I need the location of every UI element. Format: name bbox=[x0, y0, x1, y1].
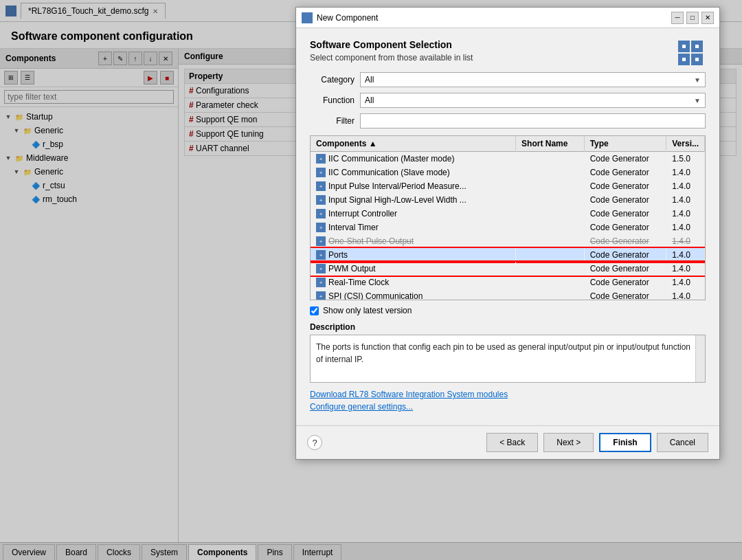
svg-rect-5 bbox=[695, 45, 699, 48]
download-link[interactable]: Download RL78 Software Integration Syste… bbox=[310, 390, 706, 399]
comp-name-cell: +Interrupt Controller bbox=[311, 207, 516, 221]
comp-type-cell: Code Generator bbox=[584, 289, 666, 300]
comp-name-cell: +IIC Communication (Master mode) bbox=[311, 152, 516, 166]
configure-link[interactable]: Configure general settings... bbox=[310, 402, 706, 412]
finish-button[interactable]: Finish bbox=[599, 433, 651, 452]
comp-name-text: Input Signal High-/Low-Level Width ... bbox=[328, 195, 466, 205]
svg-rect-6 bbox=[682, 58, 686, 61]
col-version-label: Versi... bbox=[672, 139, 699, 148]
function-select[interactable]: All ▼ bbox=[360, 93, 706, 108]
comp-version-cell: 1.4.0 bbox=[666, 221, 705, 234]
comp-shortname-cell bbox=[516, 179, 585, 193]
comp-shortname-cell bbox=[516, 221, 585, 234]
link-area: Download RL78 Software Integration Syste… bbox=[310, 390, 706, 412]
comp-name-text: PWM Output bbox=[328, 264, 376, 273]
table-row[interactable]: +Interrupt ControllerCode Generator1.4.0 bbox=[311, 207, 705, 221]
comp-type-cell: Code Generator bbox=[584, 207, 666, 221]
table-row[interactable]: +SPI (CSI) CommunicationCode Generator1.… bbox=[311, 289, 705, 300]
cancel-button[interactable]: Cancel bbox=[657, 433, 708, 452]
svg-rect-4 bbox=[682, 45, 686, 48]
dialog-close-button[interactable]: ✕ bbox=[701, 12, 714, 24]
table-row[interactable]: +PortsCode Generator1.4.0 bbox=[311, 248, 705, 262]
comp-type-cell: Code Generator bbox=[584, 193, 666, 207]
function-select-arrow: ▼ bbox=[694, 97, 701, 104]
table-row[interactable]: +PWM OutputCode Generator1.4.0 bbox=[311, 262, 705, 276]
comp-shortname-cell bbox=[516, 248, 585, 262]
minimize-button[interactable]: ─ bbox=[671, 12, 684, 24]
table-row[interactable]: +Input Signal High-/Low-Level Width ...C… bbox=[311, 193, 705, 207]
comp-version-cell: 1.4.0 bbox=[666, 166, 705, 179]
comp-shortname-cell bbox=[516, 207, 585, 221]
dialog-footer: ? < Back Next > Finish Cancel bbox=[296, 425, 719, 459]
comp-shortname-cell bbox=[516, 152, 585, 166]
back-button[interactable]: < Back bbox=[486, 433, 538, 452]
comp-version-cell: 1.4.0 bbox=[666, 289, 705, 300]
comp-shortname-cell bbox=[516, 276, 585, 289]
comp-name-cell: +SPI (CSI) Communication bbox=[311, 289, 516, 300]
category-value: All bbox=[365, 75, 374, 85]
help-button[interactable]: ? bbox=[307, 435, 322, 450]
dialog-subtitle: Select component from those available in… bbox=[310, 53, 706, 63]
comp-shortname-cell bbox=[516, 166, 585, 179]
col-version[interactable]: Versi... bbox=[666, 136, 705, 152]
show-latest-checkbox[interactable] bbox=[310, 306, 319, 315]
category-label: Category bbox=[310, 75, 355, 85]
comp-version-cell: 1.4.0 bbox=[666, 234, 705, 248]
comp-icon: + bbox=[316, 181, 326, 191]
filter-input-dialog[interactable] bbox=[360, 113, 706, 128]
filter-label: Filter bbox=[310, 116, 355, 126]
desc-scrollbar[interactable] bbox=[695, 335, 705, 382]
comp-type-cell: Code Generator bbox=[584, 179, 666, 193]
comp-icon: + bbox=[316, 223, 326, 232]
comp-name-cell: +Interval Timer bbox=[311, 221, 516, 234]
sort-arrow-components: ▲ bbox=[369, 139, 377, 148]
comp-name-text: IIC Communication (Master mode) bbox=[328, 154, 454, 164]
table-row[interactable]: +One-Shot Pulse OutputCode Generator1.4.… bbox=[311, 234, 705, 248]
comp-name-text: One-Shot Pulse Output bbox=[328, 236, 414, 246]
comp-icon: + bbox=[316, 291, 326, 300]
category-select-arrow: ▼ bbox=[694, 76, 701, 84]
description-box: The ports is function that config each p… bbox=[310, 335, 706, 383]
table-row[interactable]: +Interval TimerCode Generator1.4.0 bbox=[311, 221, 705, 234]
comp-shortname-cell bbox=[516, 193, 585, 207]
col-components[interactable]: Components ▲ bbox=[311, 136, 516, 152]
comp-name-text: SPI (CSI) Communication bbox=[328, 291, 423, 300]
comp-name-text: Interval Timer bbox=[328, 223, 379, 232]
comp-version-cell: 1.4.0 bbox=[666, 248, 705, 262]
comp-version-cell: 1.4.0 bbox=[666, 276, 705, 289]
maximize-button[interactable]: □ bbox=[686, 12, 699, 24]
function-row: Function All ▼ bbox=[310, 93, 706, 108]
comp-name-text: Input Pulse Interval/Period Measure... bbox=[328, 181, 466, 191]
comp-version-cell: 1.4.0 bbox=[666, 262, 705, 276]
comp-type-cell: Code Generator bbox=[584, 248, 666, 262]
comp-type-cell: Code Generator bbox=[584, 166, 666, 179]
comp-name-cell: +Input Signal High-/Low-Level Width ... bbox=[311, 193, 516, 207]
table-row[interactable]: +IIC Communication (Master mode)Code Gen… bbox=[311, 152, 705, 166]
col-shortname[interactable]: Short Name bbox=[516, 136, 585, 152]
col-components-label: Components bbox=[316, 139, 366, 148]
dialog-titlebar-buttons: ─ □ ✕ bbox=[671, 12, 714, 24]
comp-type-cell: Code Generator bbox=[584, 262, 666, 276]
category-row: Category All ▼ bbox=[310, 72, 706, 87]
category-select[interactable]: All ▼ bbox=[360, 72, 706, 87]
comp-icon: + bbox=[316, 209, 326, 219]
col-type[interactable]: Type bbox=[584, 136, 666, 152]
table-row[interactable]: +Real-Time ClockCode Generator1.4.0 bbox=[311, 276, 705, 289]
comp-name-cell: +One-Shot Pulse Output bbox=[311, 234, 516, 248]
comp-name-cell: +PWM Output bbox=[311, 262, 516, 276]
comp-type-cell: Code Generator bbox=[584, 234, 666, 248]
table-row[interactable]: +IIC Communication (Slave mode)Code Gene… bbox=[311, 166, 705, 179]
table-row[interactable]: +Input Pulse Interval/Period Measure...C… bbox=[311, 179, 705, 193]
dialog-title-left: New Component bbox=[302, 12, 378, 23]
comp-icon: + bbox=[316, 250, 326, 260]
comp-shortname-cell bbox=[516, 234, 585, 248]
comp-icon: + bbox=[316, 154, 326, 164]
comp-version-cell: 1.4.0 bbox=[666, 207, 705, 221]
function-label: Function bbox=[310, 96, 355, 105]
comp-name-cell: +IIC Communication (Slave mode) bbox=[311, 166, 516, 179]
comp-name-text: Interrupt Controller bbox=[328, 209, 397, 219]
next-button[interactable]: Next > bbox=[543, 433, 594, 452]
main-window: *RL78G16_Touch_kit_demo.scfg ✕ Software … bbox=[0, 0, 742, 560]
footer-buttons: < Back Next > Finish Cancel bbox=[486, 433, 708, 452]
comp-name-cell: +Ports bbox=[311, 248, 516, 262]
